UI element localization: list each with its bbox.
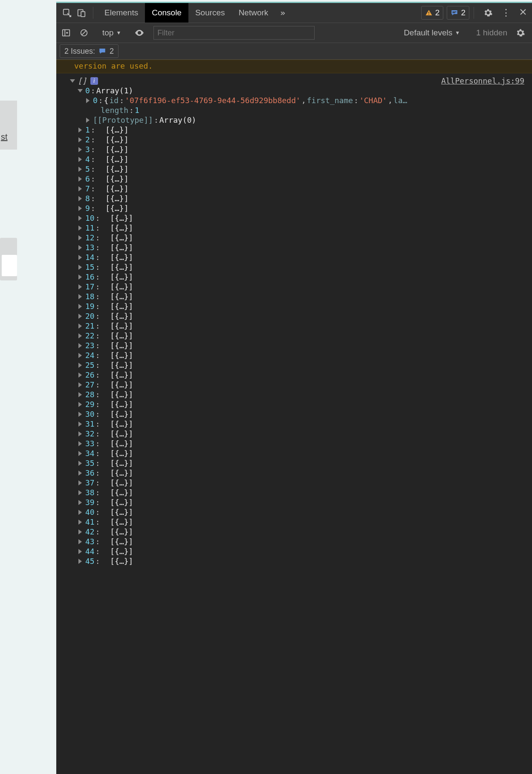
disclosure-triangle-icon[interactable] bbox=[78, 186, 82, 191]
tree-item-13[interactable]: 13: [{…}] bbox=[71, 243, 532, 252]
tree-item-5[interactable]: 5: [{…}] bbox=[71, 164, 532, 174]
disclosure-triangle-icon[interactable] bbox=[78, 265, 82, 270]
tab-elements[interactable]: Elements bbox=[98, 3, 145, 23]
disclosure-triangle-icon[interactable] bbox=[78, 304, 82, 309]
disclosure-triangle-icon[interactable] bbox=[78, 549, 82, 554]
tabs-overflow-icon[interactable]: » bbox=[275, 8, 290, 18]
tree-item-31[interactable]: 31: [{…}] bbox=[71, 419, 532, 429]
disclosure-triangle-icon[interactable] bbox=[70, 79, 75, 83]
disclosure-triangle-icon[interactable] bbox=[78, 206, 82, 211]
disclosure-triangle-icon[interactable] bbox=[78, 431, 82, 436]
tree-item-43[interactable]: 43: [{…}] bbox=[71, 537, 532, 546]
tree-item-42[interactable]: 42: [{…}] bbox=[71, 527, 532, 537]
tree-item-19[interactable]: 19: [{…}] bbox=[71, 301, 532, 311]
tree-item-32[interactable]: 32: [{…}] bbox=[71, 429, 532, 439]
tree-item-30[interactable]: 30: [{…}] bbox=[71, 409, 532, 419]
issues-chip[interactable]: 2 Issues: 2 bbox=[60, 44, 119, 58]
tree-item-28[interactable]: 28: [{…}] bbox=[71, 390, 532, 399]
tree-item-45[interactable]: 45: [{…}] bbox=[71, 556, 532, 566]
tree-item-7[interactable]: 7: [{…}] bbox=[71, 184, 532, 194]
tree-item-44[interactable]: 44: [{…}] bbox=[71, 546, 532, 556]
disclosure-triangle-icon[interactable] bbox=[78, 480, 82, 485]
settings-icon[interactable] bbox=[481, 6, 495, 20]
tree-item-22[interactable]: 22: [{…}] bbox=[71, 331, 532, 341]
clear-console-icon[interactable] bbox=[77, 26, 91, 40]
disclosure-triangle-icon[interactable] bbox=[78, 471, 82, 476]
disclosure-triangle-icon[interactable] bbox=[78, 392, 82, 397]
close-devtools-icon[interactable] bbox=[514, 8, 532, 18]
disclosure-triangle-icon[interactable] bbox=[78, 137, 82, 142]
disclosure-triangle-icon[interactable] bbox=[78, 539, 82, 544]
tree-item-29[interactable]: 29: [{…}] bbox=[71, 399, 532, 409]
disclosure-triangle-icon[interactable] bbox=[78, 529, 82, 534]
disclosure-triangle-icon[interactable] bbox=[78, 353, 82, 358]
tree-prototype[interactable]: [[Prototype]]: Array(0) bbox=[71, 115, 532, 125]
info-badge-icon[interactable]: i bbox=[90, 77, 98, 85]
tree-item-25[interactable]: 25: [{…}] bbox=[71, 360, 532, 370]
tree-item-10[interactable]: 10: [{…}] bbox=[71, 213, 532, 223]
inspect-element-icon[interactable] bbox=[60, 6, 74, 20]
tree-item-11[interactable]: 11: [{…}] bbox=[71, 223, 532, 233]
tree-item-12[interactable]: 12: [{…}] bbox=[71, 233, 532, 243]
disclosure-triangle-icon[interactable] bbox=[78, 147, 82, 152]
disclosure-triangle-icon[interactable] bbox=[78, 196, 82, 201]
kebab-menu-icon[interactable]: ⋮ bbox=[498, 7, 514, 18]
disclosure-triangle-icon[interactable] bbox=[78, 402, 82, 407]
disclosure-triangle-icon[interactable] bbox=[78, 373, 82, 378]
tab-console[interactable]: Console bbox=[145, 3, 188, 23]
tree-item-26[interactable]: 26: [{…}] bbox=[71, 370, 532, 380]
messages-chip[interactable]: 2 bbox=[447, 6, 469, 20]
tree-item-0-0[interactable]: 0: { id: '07f6f196-ef53-4769-9e44-56d929… bbox=[71, 95, 532, 105]
tree-item-23[interactable]: 23: [{…}] bbox=[71, 341, 532, 350]
tree-item-17[interactable]: 17: [{…}] bbox=[71, 282, 532, 292]
disclosure-triangle-icon[interactable] bbox=[78, 284, 82, 289]
disclosure-triangle-icon[interactable] bbox=[78, 167, 82, 172]
disclosure-triangle-icon[interactable] bbox=[78, 363, 82, 368]
disclosure-triangle-icon[interactable] bbox=[78, 176, 82, 182]
disclosure-triangle-icon[interactable] bbox=[86, 98, 90, 103]
tree-item-8[interactable]: 8: [{…}] bbox=[71, 194, 532, 203]
tree-item-34[interactable]: 34: [{…}] bbox=[71, 448, 532, 458]
tree-item-1[interactable]: 1: [{…}] bbox=[71, 125, 532, 135]
disclosure-triangle-icon[interactable] bbox=[78, 382, 82, 387]
disclosure-triangle-icon[interactable] bbox=[78, 451, 82, 456]
disclosure-triangle-icon[interactable] bbox=[78, 343, 82, 348]
disclosure-triangle-icon[interactable] bbox=[78, 461, 82, 466]
disclosure-triangle-icon[interactable] bbox=[78, 441, 82, 446]
disclosure-triangle-icon[interactable] bbox=[78, 157, 82, 162]
disclosure-triangle-icon[interactable] bbox=[78, 422, 82, 427]
disclosure-triangle-icon[interactable] bbox=[78, 333, 82, 338]
tree-item-27[interactable]: 27: [{…}] bbox=[71, 380, 532, 390]
execution-context-selector[interactable]: top ▼ bbox=[98, 28, 125, 38]
warnings-chip[interactable]: 2 bbox=[421, 6, 444, 20]
tree-item-33[interactable]: 33: [{…}] bbox=[71, 439, 532, 448]
tree-item-37[interactable]: 37: [{…}] bbox=[71, 478, 532, 488]
tree-item-21[interactable]: 21: [{…}] bbox=[71, 321, 532, 331]
disclosure-triangle-icon[interactable] bbox=[78, 225, 82, 231]
tree-item-2[interactable]: 2: [{…}] bbox=[71, 135, 532, 144]
tree-item-36[interactable]: 36: [{…}] bbox=[71, 468, 532, 478]
device-toolbar-icon[interactable] bbox=[74, 6, 89, 20]
tree-item-3[interactable]: 3: [{…}] bbox=[71, 144, 532, 154]
tree-item-16[interactable]: 16: [{…}] bbox=[71, 272, 532, 282]
tree-item-15[interactable]: 15: [{…}] bbox=[71, 262, 532, 272]
disclosure-triangle-icon[interactable] bbox=[78, 510, 82, 515]
disclosure-triangle-icon[interactable] bbox=[78, 274, 82, 280]
tree-item-41[interactable]: 41: [{…}] bbox=[71, 517, 532, 527]
tree-root[interactable]: [] i bbox=[71, 76, 532, 86]
tree-item-39[interactable]: 39: [{…}] bbox=[71, 497, 532, 507]
disclosure-triangle-icon[interactable] bbox=[78, 500, 82, 505]
tree-item-38[interactable]: 38: [{…}] bbox=[71, 488, 532, 497]
disclosure-triangle-icon[interactable] bbox=[78, 559, 82, 564]
disclosure-triangle-icon[interactable] bbox=[78, 255, 82, 260]
disclosure-triangle-icon[interactable] bbox=[78, 216, 82, 221]
tree-item-20[interactable]: 20: [{…}] bbox=[71, 311, 532, 321]
console-filter-input[interactable] bbox=[153, 26, 315, 40]
disclosure-triangle-icon[interactable] bbox=[78, 323, 82, 329]
console-sidebar-toggle-icon[interactable] bbox=[59, 26, 73, 40]
disclosure-triangle-icon[interactable] bbox=[78, 520, 82, 525]
tree-item-35[interactable]: 35: [{…}] bbox=[71, 458, 532, 468]
disclosure-triangle-icon[interactable] bbox=[78, 412, 82, 417]
tab-sources[interactable]: Sources bbox=[188, 3, 232, 23]
tree-item-40[interactable]: 40: [{…}] bbox=[71, 507, 532, 517]
